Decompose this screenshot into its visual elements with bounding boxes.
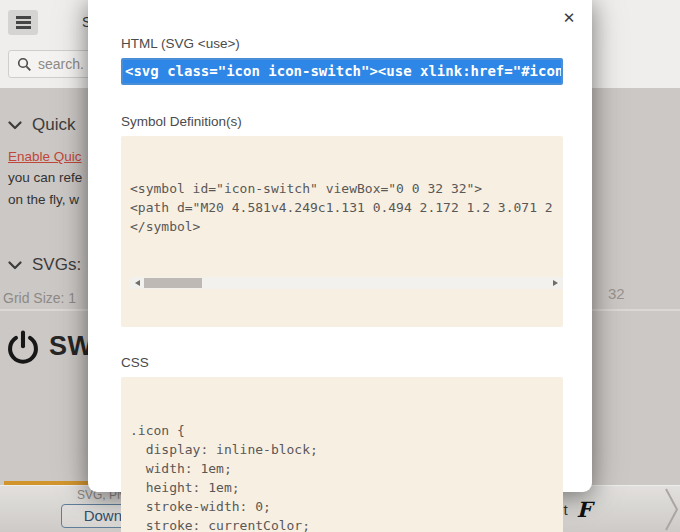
chevron-down-icon (8, 121, 22, 130)
css-code-text: .icon { display: inline-block; width: 1e… (130, 421, 563, 532)
symbol-code-text: <symbol id="icon-switch" viewBox="0 0 32… (130, 179, 563, 236)
enable-quick-link[interactable]: Enable Quic (8, 149, 82, 164)
css-code[interactable]: .icon { display: inline-block; width: 1e… (121, 377, 563, 532)
section-svgs[interactable]: SVGs: (8, 255, 81, 275)
section-quick[interactable]: Quick (8, 115, 75, 135)
scrollbar-thumb[interactable] (144, 278, 202, 288)
html-use-input[interactable]: <svg class="icon icon-switch"><use xlink… (121, 58, 563, 85)
scroll-right-arrow-icon[interactable] (553, 280, 558, 286)
quick-heading: Quick (32, 115, 75, 135)
chevron-down-icon (8, 261, 22, 270)
close-icon[interactable]: ✕ (559, 8, 579, 28)
svgs-heading: SVGs: (32, 255, 81, 275)
horizontal-scrollbar[interactable] (130, 277, 563, 289)
grid-size-max-value: 32 (608, 285, 625, 302)
html-use-label: HTML (SVG <use>) (121, 36, 563, 51)
dialog-body: HTML (SVG <use>) <svg class="icon icon-s… (121, 36, 563, 532)
search-icon (17, 57, 32, 72)
tab-separator-chevron (664, 487, 680, 532)
grid-size-label: Grid Size: 1 (3, 290, 76, 306)
scroll-left-arrow-icon[interactable] (135, 280, 140, 286)
quick-description-line: you can refe (8, 170, 82, 185)
symbol-definitions-label: Symbol Definition(s) (121, 114, 563, 129)
search-placeholder: search. (38, 56, 84, 72)
menu-button[interactable] (8, 10, 38, 35)
script-f-icon: F (577, 497, 592, 522)
symbol-definitions-code[interactable]: <symbol id="icon-switch" viewBox="0 0 32… (121, 136, 563, 327)
power-icon[interactable] (7, 329, 39, 370)
svg-code-dialog: ✕ HTML (SVG <use>) <svg class="icon icon… (88, 0, 592, 492)
quick-description-line: on the fly, w (8, 192, 79, 207)
screen: Si search. Quick Enable Quic you can ref… (0, 0, 680, 532)
glyph-name: SW (49, 331, 94, 362)
selected-code-text: <svg class="icon icon-switch"><use xlink… (123, 60, 563, 83)
css-label: CSS (121, 355, 563, 370)
